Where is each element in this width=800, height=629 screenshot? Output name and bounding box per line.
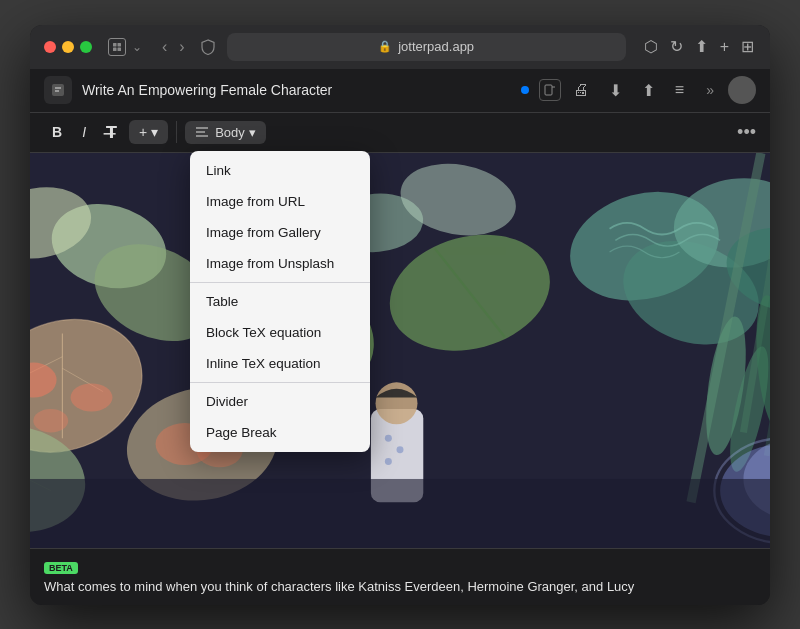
dropdown-item-page-break[interactable]: Page Break bbox=[190, 417, 370, 448]
dropdown-item-table[interactable]: Table bbox=[190, 286, 370, 317]
strikethrough-button[interactable]: T̶ bbox=[98, 119, 125, 146]
more-options-button[interactable]: ••• bbox=[737, 122, 756, 143]
beta-badge: BETA bbox=[44, 562, 78, 574]
collapse-button[interactable]: » bbox=[706, 82, 714, 98]
body-chevron-icon: ▾ bbox=[249, 125, 256, 140]
bottom-text: What comes to mind when you think of cha… bbox=[44, 578, 756, 596]
browser-toolbar-right: ⬡ ↻ ⬆ + ⊞ bbox=[642, 35, 756, 58]
toolbar-divider bbox=[176, 121, 177, 143]
format-toolbar: B I T̶ + ▾ Body ▾ ••• Link Image from UR… bbox=[30, 113, 770, 153]
tab-chevron-icon[interactable]: ⌄ bbox=[132, 40, 142, 54]
dropdown-item-image-unsplash[interactable]: Image from Unsplash bbox=[190, 248, 370, 279]
maximize-button[interactable] bbox=[80, 41, 92, 53]
svg-rect-7 bbox=[545, 85, 552, 95]
body-label: Body bbox=[215, 125, 245, 140]
translate-button[interactable]: ⬡ bbox=[642, 35, 660, 58]
dropdown-item-image-url[interactable]: Image from URL bbox=[190, 186, 370, 217]
back-button[interactable]: ‹ bbox=[158, 36, 171, 58]
download-button[interactable]: ⬇ bbox=[607, 79, 624, 102]
insert-button[interactable]: + ▾ bbox=[129, 120, 168, 144]
svg-point-20 bbox=[71, 383, 113, 411]
plus-chevron-icon: ▾ bbox=[151, 124, 158, 140]
svg-rect-1 bbox=[118, 43, 122, 47]
share-button[interactable]: ⬆ bbox=[693, 35, 710, 58]
svg-rect-0 bbox=[113, 43, 117, 47]
hero-image bbox=[30, 153, 770, 549]
svg-rect-3 bbox=[118, 47, 122, 51]
url-bar[interactable]: 🔒 jotterpad.app bbox=[227, 33, 626, 61]
app-logo bbox=[44, 76, 72, 104]
app-toolbar: Write An Empowering Female Character 🖨 ⬇… bbox=[30, 69, 770, 113]
upload-button[interactable]: ⬆ bbox=[640, 79, 657, 102]
grid-button[interactable]: ⊞ bbox=[739, 35, 756, 58]
print-button[interactable]: 🖨 bbox=[571, 79, 591, 101]
user-avatar[interactable] bbox=[728, 76, 756, 104]
body-format-button[interactable]: Body ▾ bbox=[185, 121, 266, 144]
new-tab-button[interactable]: + bbox=[718, 36, 731, 58]
svg-point-44 bbox=[385, 434, 392, 441]
tab-area: ⌄ bbox=[108, 38, 142, 56]
minimize-button[interactable] bbox=[62, 41, 74, 53]
doc-icon bbox=[539, 79, 561, 101]
shield-icon bbox=[197, 36, 219, 58]
dropdown-divider-1 bbox=[190, 282, 370, 283]
doc-title: Write An Empowering Female Character bbox=[82, 82, 505, 98]
bottom-bar: BETA What comes to mind when you think o… bbox=[30, 548, 770, 604]
close-button[interactable] bbox=[44, 41, 56, 53]
svg-point-21 bbox=[33, 409, 68, 432]
svg-point-46 bbox=[385, 458, 392, 465]
insert-dropdown-menu: Link Image from URL Image from Gallery I… bbox=[190, 151, 370, 452]
refresh-button[interactable]: ↻ bbox=[668, 35, 685, 58]
url-text: jotterpad.app bbox=[398, 39, 474, 54]
svg-point-43 bbox=[376, 382, 418, 424]
dropdown-item-block-tex[interactable]: Block TeX equation bbox=[190, 317, 370, 348]
list-button[interactable]: ≡ bbox=[673, 79, 686, 101]
dropdown-item-image-gallery[interactable]: Image from Gallery bbox=[190, 217, 370, 248]
dropdown-divider-2 bbox=[190, 382, 370, 383]
bold-button[interactable]: B bbox=[44, 120, 70, 144]
doc-actions: 🖨 ⬇ ⬆ ≡ bbox=[571, 79, 686, 102]
dropdown-item-divider[interactable]: Divider bbox=[190, 386, 370, 417]
forward-button[interactable]: › bbox=[175, 36, 188, 58]
italic-button[interactable]: I bbox=[74, 120, 94, 144]
svg-rect-58 bbox=[30, 478, 770, 548]
svg-rect-2 bbox=[113, 47, 117, 51]
lock-icon: 🔒 bbox=[378, 40, 392, 53]
svg-rect-4 bbox=[52, 84, 64, 96]
dropdown-item-inline-tex[interactable]: Inline TeX equation bbox=[190, 348, 370, 379]
nav-buttons: ‹ › bbox=[158, 36, 189, 58]
svg-point-45 bbox=[397, 446, 404, 453]
browser-window: ⌄ ‹ › 🔒 jotterpad.app ⬡ ↻ ⬆ + ⊞ Write An… bbox=[30, 25, 770, 605]
plus-icon: + bbox=[139, 124, 147, 140]
traffic-lights bbox=[44, 41, 92, 53]
title-bar: ⌄ ‹ › 🔒 jotterpad.app ⬡ ↻ ⬆ + ⊞ bbox=[30, 25, 770, 69]
content-area bbox=[30, 153, 770, 549]
tab-icon bbox=[108, 38, 126, 56]
dropdown-item-link[interactable]: Link bbox=[190, 155, 370, 186]
doc-modified-dot bbox=[521, 86, 529, 94]
